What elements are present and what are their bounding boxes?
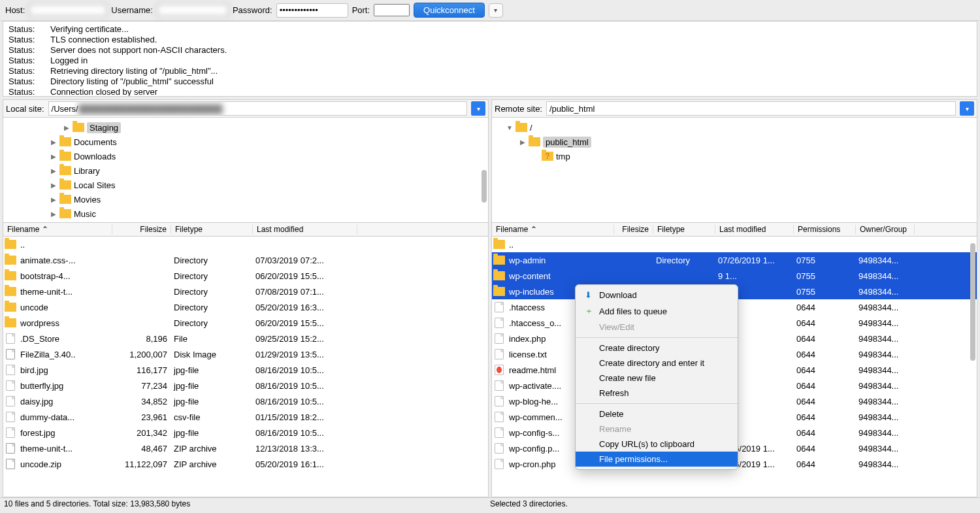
disclosure-icon[interactable]: ▶ — [50, 210, 57, 218]
file-permissions: 0644 — [794, 303, 856, 312]
menu-icon: ⬇ — [585, 290, 594, 300]
col-filetype[interactable]: Filetype — [657, 225, 685, 234]
file-row[interactable]: dummy-data... 23,961 csv-file 01/15/2019… — [3, 409, 488, 425]
local-list-header[interactable]: Filename⌃ Filesize Filetype Last modifie… — [3, 222, 489, 237]
disclosure-icon[interactable]: ▶ — [50, 196, 57, 203]
col-filesize[interactable]: Filesize — [140, 225, 167, 234]
file-icon — [495, 302, 504, 312]
tree-item[interactable]: ▶public_html — [493, 135, 975, 149]
scrollbar-thumb[interactable] — [970, 243, 975, 361]
disclosure-icon[interactable]: ▶ — [519, 139, 526, 146]
tree-label: Documents — [74, 137, 117, 147]
menu-item[interactable]: Create new file — [576, 371, 738, 386]
menu-label: Create directory — [599, 343, 659, 353]
file-row[interactable]: theme-unit-t... Directory 07/08/2019 07:… — [3, 284, 488, 299]
remote-tree[interactable]: ▼/▶public_htmltmp — [491, 118, 977, 222]
file-modified: 06/20/2019 15:5... — [253, 318, 357, 328]
file-size: 48,467 — [112, 444, 171, 454]
file-row[interactable]: .. — [3, 237, 488, 252]
status-bar: 10 files and 5 directories. Total size: … — [0, 497, 980, 510]
file-row[interactable]: theme-unit-t... 48,467 ZIP archive 12/13… — [3, 440, 488, 456]
local-path-dropdown[interactable] — [471, 101, 485, 116]
username-input[interactable] — [157, 4, 229, 16]
tree-item[interactable]: ▶Staging — [5, 120, 487, 135]
file-owner: 9498344... — [856, 303, 915, 312]
password-input[interactable] — [276, 3, 348, 18]
col-modified[interactable]: Last modified — [719, 225, 766, 234]
file-icon — [495, 459, 504, 469]
local-site-label: Local site: — [6, 104, 44, 114]
col-filetype[interactable]: Filetype — [175, 225, 203, 234]
file-row[interactable]: animate.css-... Directory 07/03/2019 07:… — [3, 252, 488, 268]
col-modified[interactable]: Last modified — [257, 225, 303, 234]
tree-item[interactable]: ▼/ — [493, 120, 975, 135]
log-message: Verifying certificate... — [50, 24, 129, 35]
file-permissions: 0644 — [794, 444, 856, 454]
file-row[interactable]: wp-content 9 1...0755 9498344... — [492, 268, 977, 284]
tree-item[interactable]: ▶Documents — [5, 135, 487, 149]
file-row[interactable]: FileZilla_3.40.. 1,200,007 Disk Image 01… — [3, 346, 488, 362]
col-filesize[interactable]: Filesize — [622, 225, 649, 234]
quickconnect-dropdown[interactable] — [489, 3, 503, 18]
menu-item[interactable]: ＋Add files to queue — [576, 303, 738, 320]
menu-item[interactable]: Delete — [576, 406, 738, 422]
file-row[interactable]: wp-admin Directory 07/26/2019 1...0755 9… — [492, 252, 977, 268]
disclosure-icon[interactable]: ▶ — [50, 182, 57, 189]
file-modified: 08/16/2019 10:5... — [253, 381, 357, 391]
scrollbar-thumb[interactable] — [482, 170, 487, 203]
tree-item[interactable]: ▶Local Sites — [5, 178, 487, 192]
quickconnect-button[interactable]: Quickconnect — [414, 3, 485, 18]
disclosure-icon[interactable]: ▶ — [63, 124, 70, 131]
tree-item[interactable]: tmp — [493, 149, 975, 163]
menu-item[interactable]: Copy URL(s) to clipboard — [576, 437, 738, 452]
disclosure-icon[interactable]: ▶ — [50, 167, 57, 174]
file-icon — [6, 443, 15, 454]
local-tree[interactable]: ▶Staging▶Documents▶Downloads▶Library▶Loc… — [3, 118, 489, 222]
file-row[interactable]: .DS_Store 8,196 File 09/25/2019 15:2... — [3, 331, 488, 346]
file-row[interactable]: uncode Directory 05/20/2019 16:3... — [3, 299, 488, 315]
file-icon — [6, 333, 15, 344]
col-filename[interactable]: Filename — [7, 225, 39, 234]
disclosure-icon[interactable]: ▶ — [50, 139, 57, 146]
host-label: Host: — [5, 5, 25, 15]
file-icon — [6, 427, 15, 438]
file-row[interactable]: uncode.zip 11,122,097 ZIP archive 05/20/… — [3, 456, 488, 472]
remote-path-dropdown[interactable] — [960, 101, 974, 116]
file-row[interactable]: bootstrap-4... Directory 06/20/2019 15:5… — [3, 268, 488, 284]
tree-item[interactable]: ▶Music — [5, 207, 487, 221]
folder-icon — [493, 256, 505, 265]
menu-item[interactable]: Create directory and enter it — [576, 356, 738, 371]
log-message: Logged in — [50, 56, 88, 66]
file-owner: 9498344... — [856, 287, 915, 297]
file-row[interactable]: .. — [492, 237, 977, 252]
menu-item[interactable]: ⬇Download — [576, 288, 738, 303]
tree-item[interactable]: ▶Library — [5, 163, 487, 178]
local-path-field[interactable]: /Users/ ████████████████████████ — [48, 101, 467, 116]
local-file-list[interactable]: .. animate.css-... Directory 07/03/2019 … — [3, 237, 489, 497]
context-menu[interactable]: ⬇Download＋Add files to queueView/EditCre… — [575, 284, 738, 470]
file-row[interactable]: bird.jpg 116,177 jpg-file 08/16/2019 10:… — [3, 362, 488, 378]
file-icon — [6, 396, 15, 406]
col-owner[interactable]: Owner/Group — [860, 225, 907, 234]
file-name: wp-admin — [506, 256, 614, 265]
tree-item[interactable]: ▶Downloads — [5, 149, 487, 163]
menu-item[interactable]: Create directory — [576, 340, 738, 356]
remote-path-field[interactable]: /public_html — [546, 101, 956, 116]
menu-item[interactable]: File permissions... — [576, 452, 738, 467]
log-message: TLS connection established. — [50, 35, 157, 45]
file-row[interactable]: forest.jpg 201,342 jpg-file 08/16/2019 1… — [3, 425, 488, 440]
col-filename[interactable]: Filename — [496, 225, 528, 234]
disclosure-icon[interactable]: ▼ — [506, 124, 513, 131]
disclosure-icon[interactable]: ▶ — [50, 153, 57, 160]
file-row[interactable]: butterfly.jpg 77,234 jpg-file 08/16/2019… — [3, 378, 488, 393]
col-permissions[interactable]: Permissions — [798, 225, 840, 234]
remote-list-header[interactable]: Filename⌃ Filesize Filetype Last modifie… — [491, 222, 977, 237]
file-type: Directory — [171, 318, 253, 328]
tree-item[interactable]: ▶Movies — [5, 192, 487, 207]
file-row[interactable]: wordpress Directory 06/20/2019 15:5... — [3, 315, 488, 331]
file-permissions: 0644 — [794, 459, 856, 469]
menu-item[interactable]: Refresh — [576, 386, 738, 401]
file-row[interactable]: daisy.jpg 34,852 jpg-file 08/16/2019 10:… — [3, 393, 488, 409]
port-input[interactable] — [374, 4, 410, 16]
host-input[interactable] — [29, 4, 107, 16]
